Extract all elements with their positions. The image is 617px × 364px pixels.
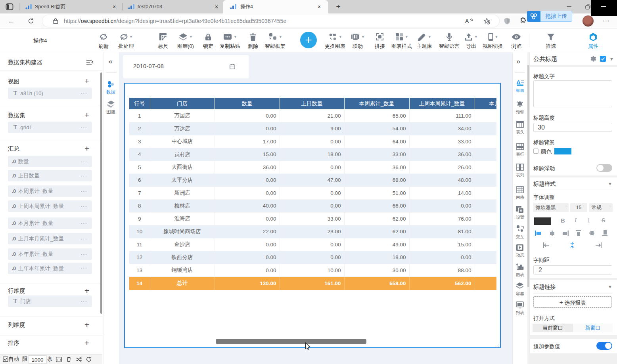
svg-text:A: A [465, 18, 469, 24]
svg-text:A: A [516, 79, 521, 86]
